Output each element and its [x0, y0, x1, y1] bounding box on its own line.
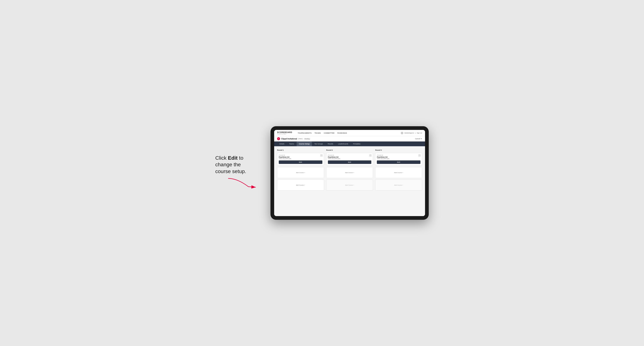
- top-right-area: blair@clippd.io | Sign out: [401, 132, 422, 134]
- round-2-add-course-1[interactable]: Add Course +: [326, 167, 373, 178]
- tab-results[interactable]: Results: [326, 142, 336, 146]
- round-2-delete-button[interactable]: ☐: [369, 154, 372, 157]
- round-2-course-label: (Course A): [328, 155, 372, 156]
- round-1-course-tee: Yellow (M) (6629 yds): [279, 158, 322, 159]
- round-2-column: Round 2 (Course A) Peachtree GC Yellow (…: [326, 149, 373, 190]
- round-3-edit-button[interactable]: Edit: [377, 161, 420, 164]
- round-3-add-course-2-disabled: Add Course +: [375, 179, 422, 190]
- round-2-course-name: Peachtree GC: [328, 156, 372, 158]
- round-2-course-card: (Course A) Peachtree GC Yellow (M) (6629…: [326, 153, 373, 166]
- round-3-course-tee: Yellow (M) (6629 yds): [377, 158, 420, 159]
- clippd-logo: C: [277, 137, 280, 140]
- tournament-gender: (Men): [298, 138, 303, 140]
- round-2-add-course-text-2: Add Course +: [345, 184, 354, 186]
- tournament-info: C Clippd Invitational (Men) Hosting: [277, 137, 310, 140]
- separator: |: [415, 132, 416, 134]
- nav-teams[interactable]: TEAMS: [315, 132, 321, 134]
- scoreboard-logo: SCOREBOARD Powered by clippd: [277, 131, 292, 135]
- tab-bar: Details Teams Course Setup Tee Groups Re…: [274, 142, 425, 146]
- tab-printables[interactable]: Printables: [351, 142, 363, 146]
- round-1-delete-button[interactable]: ☐: [320, 154, 323, 157]
- annotation-before: Click: [215, 155, 228, 161]
- sign-out-link[interactable]: Sign out: [417, 132, 422, 134]
- round-2-course-tee: Yellow (M) (6629 yds): [328, 158, 372, 159]
- round-3-course-card: (Course A) Peachtree GC Yellow (M) (6629…: [375, 153, 422, 166]
- tab-teams[interactable]: Teams: [287, 142, 296, 146]
- annotation-bold: Edit: [228, 155, 238, 161]
- round-1-column: Round 1 (Course A) Peachtree GC Yellow (…: [277, 149, 324, 190]
- round-1-add-course-2[interactable]: Add Course +: [277, 179, 324, 190]
- round-3-column: Round 3 (Course A) Peachtree GC Yellow (…: [375, 149, 422, 190]
- round-1-add-course-text-1: Add Course +: [296, 172, 305, 173]
- tab-course-setup[interactable]: Course Setup: [296, 142, 312, 146]
- arrow-icon: [226, 176, 260, 189]
- tablet-screen: SCOREBOARD Powered by clippd TOURNAMENTS…: [274, 130, 425, 216]
- content-area: Round 1 (Course A) Peachtree GC Yellow (…: [274, 146, 425, 216]
- powered-by-text: Powered by clippd: [277, 133, 292, 135]
- logo-text: SCOREBOARD: [277, 131, 292, 133]
- round-2-edit-button[interactable]: Edit: [328, 161, 372, 164]
- round-3-add-course-text-2: Add Course +: [394, 184, 403, 186]
- nav-committee[interactable]: COMMITTEE: [324, 132, 335, 134]
- page-wrapper: Click Edit tochange thecourse setup. SCO…: [193, 126, 451, 220]
- annotation-text: Click Edit tochange thecourse setup.: [215, 155, 263, 191]
- round-1-course-label: (Course A): [279, 155, 322, 156]
- nav-rankings[interactable]: RANKINGS: [338, 132, 347, 134]
- tab-tee-groups[interactable]: Tee Groups: [312, 142, 325, 146]
- round-3-course-name: Peachtree GC: [377, 156, 420, 158]
- round-3-add-course-1[interactable]: Add Course +: [375, 167, 422, 178]
- round-3-label: Round 3: [375, 149, 422, 151]
- round-1-course-name: Peachtree GC: [279, 156, 322, 158]
- tournament-name: Clippd Invitational: [281, 138, 297, 140]
- sub-header: C Clippd Invitational (Men) Hosting Canc…: [274, 136, 425, 142]
- top-nav: SCOREBOARD Powered by clippd TOURNAMENTS…: [274, 130, 425, 136]
- user-avatar: [401, 132, 403, 134]
- tab-leaderboards[interactable]: Leaderboards: [336, 142, 350, 146]
- round-2-add-course-text-1: Add Course +: [345, 172, 354, 173]
- round-3-add-course-text-1: Add Course +: [394, 172, 403, 173]
- round-3-delete-button[interactable]: ☐: [418, 154, 421, 157]
- round-2-add-course-2-disabled: Add Course +: [326, 179, 373, 190]
- nav-links: TOURNAMENTS TEAMS COMMITTEE RANKINGS: [298, 132, 397, 134]
- round-2-label: Round 2: [326, 149, 373, 151]
- round-3-course-label: (Course A): [377, 155, 420, 156]
- nav-tournaments[interactable]: TOURNAMENTS: [298, 132, 312, 134]
- arrow-container: [215, 176, 263, 191]
- round-1-edit-button[interactable]: Edit: [279, 161, 322, 164]
- user-email: blair@clippd.io: [404, 132, 414, 134]
- tab-details[interactable]: Details: [277, 142, 287, 146]
- round-1-add-course-1[interactable]: Add Course +: [277, 167, 324, 178]
- cancel-button[interactable]: Cancel ✕: [415, 138, 422, 140]
- rounds-grid: Round 1 (Course A) Peachtree GC Yellow (…: [277, 149, 422, 190]
- tablet-frame: SCOREBOARD Powered by clippd TOURNAMENTS…: [270, 126, 429, 220]
- round-1-add-course-text-2: Add Course +: [296, 184, 305, 186]
- round-1-label: Round 1: [277, 149, 324, 151]
- hosting-badge: Hosting: [304, 138, 310, 140]
- round-1-course-card: (Course A) Peachtree GC Yellow (M) (6629…: [277, 153, 324, 166]
